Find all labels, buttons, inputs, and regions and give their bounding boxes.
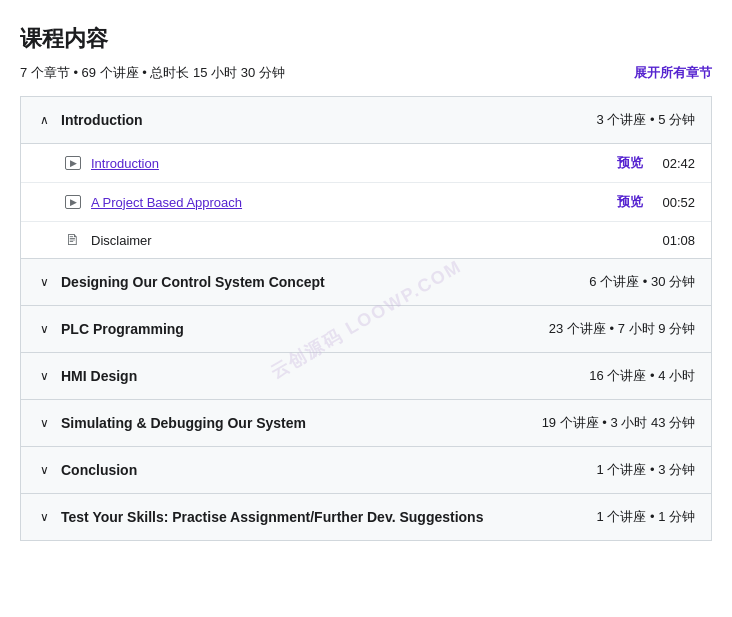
list-item: 🖹Disclaimer01:08 <box>21 222 711 258</box>
section-meta-conclusion: 1 个讲座 • 3 分钟 <box>597 461 695 479</box>
lesson-duration-intro-1: 00:52 <box>659 195 695 210</box>
section-title-simulating: Simulating & Debugging Our System <box>61 415 306 431</box>
chevron-conclusion-icon: ∨ <box>37 463 51 477</box>
lesson-title-intro-1[interactable]: A Project Based Approach <box>91 195 242 210</box>
section-meta-hmi: 16 个讲座 • 4 小时 <box>589 367 695 385</box>
sections-table: ∧Introduction3 个讲座 • 5 分钟▶Introduction预览… <box>20 96 712 541</box>
section-meta-simulating: 19 个讲座 • 3 小时 43 分钟 <box>542 414 695 432</box>
section-meta-intro: 3 个讲座 • 5 分钟 <box>597 111 695 129</box>
section-title-testyourskills: Test Your Skills: Practise Assignment/Fu… <box>61 509 483 525</box>
lesson-title-intro-0[interactable]: Introduction <box>91 156 159 171</box>
course-content: 云创源码 LOOWP.COM ∧Introduction3 个讲座 • 5 分钟… <box>20 96 712 541</box>
course-summary: 7 个章节 • 69 个讲座 • 总时长 15 小时 30 分钟 <box>20 64 285 82</box>
lesson-group-intro: ▶Introduction预览02:42▶A Project Based App… <box>21 144 711 259</box>
page-title: 课程内容 <box>20 24 712 54</box>
chevron-testyourskills-icon: ∨ <box>37 510 51 524</box>
section-title-intro: Introduction <box>61 112 143 128</box>
list-item: ▶Introduction预览02:42 <box>21 144 711 183</box>
chevron-hmi-icon: ∨ <box>37 369 51 383</box>
section-header-simulating[interactable]: ∨Simulating & Debugging Our System19 个讲座… <box>21 400 711 447</box>
section-header-designing[interactable]: ∨Designing Our Control System Concept6 个… <box>21 259 711 306</box>
section-title-conclusion: Conclusion <box>61 462 137 478</box>
doc-icon: 🖹 <box>65 232 81 248</box>
section-header-testyourskills[interactable]: ∨Test Your Skills: Practise Assignment/F… <box>21 494 711 540</box>
section-header-conclusion[interactable]: ∨Conclusion1 个讲座 • 3 分钟 <box>21 447 711 494</box>
list-item: ▶A Project Based Approach预览00:52 <box>21 183 711 222</box>
section-meta-testyourskills: 1 个讲座 • 1 分钟 <box>597 508 695 526</box>
lesson-duration-intro-2: 01:08 <box>659 233 695 248</box>
section-meta-plc: 23 个讲座 • 7 小时 9 分钟 <box>549 320 695 338</box>
chevron-intro-icon: ∧ <box>37 113 51 127</box>
section-header-plc[interactable]: ∨PLC Programming23 个讲座 • 7 小时 9 分钟 <box>21 306 711 353</box>
video-icon: ▶ <box>65 195 81 209</box>
chevron-plc-icon: ∨ <box>37 322 51 336</box>
chevron-simulating-icon: ∨ <box>37 416 51 430</box>
expand-all-button[interactable]: 展开所有章节 <box>634 64 712 82</box>
section-meta-designing: 6 个讲座 • 30 分钟 <box>589 273 695 291</box>
video-icon: ▶ <box>65 156 81 170</box>
section-title-designing: Designing Our Control System Concept <box>61 274 325 290</box>
section-title-hmi: HMI Design <box>61 368 137 384</box>
chevron-designing-icon: ∨ <box>37 275 51 289</box>
preview-button-intro-1[interactable]: 预览 <box>617 193 643 211</box>
section-header-intro[interactable]: ∧Introduction3 个讲座 • 5 分钟 <box>21 97 711 144</box>
section-header-hmi[interactable]: ∨HMI Design16 个讲座 • 4 小时 <box>21 353 711 400</box>
section-title-plc: PLC Programming <box>61 321 184 337</box>
lesson-duration-intro-0: 02:42 <box>659 156 695 171</box>
lesson-title-intro-2: Disclaimer <box>91 233 152 248</box>
preview-button-intro-0[interactable]: 预览 <box>617 154 643 172</box>
